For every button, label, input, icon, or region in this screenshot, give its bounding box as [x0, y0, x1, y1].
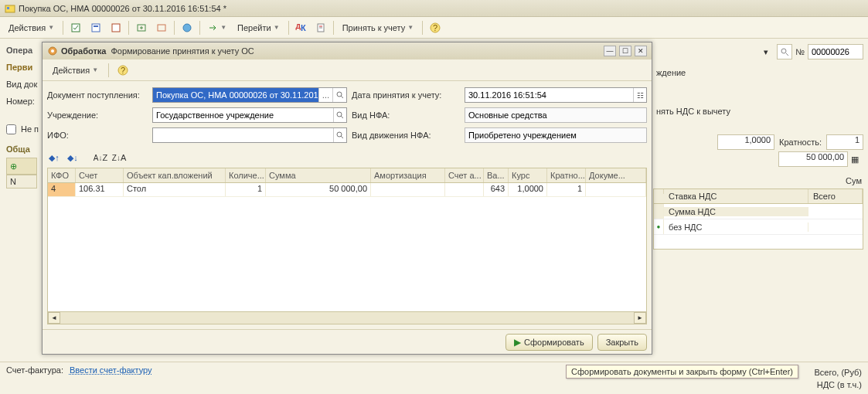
chevron-down-icon: ▼	[407, 24, 414, 31]
separator	[128, 21, 129, 35]
lookup-icon[interactable]	[333, 128, 346, 142]
col-kurs[interactable]: Курс	[509, 168, 547, 182]
grid-toolbar: ◆↑ ◆↓ A↓Z Z↓A	[47, 149, 647, 166]
add-row-icon[interactable]: ⊕	[10, 161, 17, 172]
toolbar-icon-doc[interactable]	[311, 19, 330, 36]
cell-val: 643	[484, 183, 509, 196]
lookup-icon[interactable]	[332, 88, 346, 102]
vat-table: Ставка НДС Всего Сумма НДС ● без НДС	[653, 189, 863, 250]
bg-checkbox[interactable]	[6, 124, 16, 134]
toolbar-icon-3[interactable]	[107, 19, 125, 36]
field-date[interactable]: ☷	[465, 87, 647, 103]
value-vid-dvizh	[465, 128, 646, 142]
field-vid-dvizh	[465, 127, 647, 143]
form-button-label: Сформировать	[524, 338, 584, 347]
toolbar-icon-4[interactable]	[132, 19, 151, 36]
form-button[interactable]: ▶Сформировать	[505, 334, 593, 351]
cell-dokum	[586, 183, 646, 196]
grid-row-1[interactable]: 4 106.31 Стол 1 50 000,00 643 1,0000 1	[48, 183, 646, 197]
col-kfo[interactable]: КФО	[48, 168, 76, 182]
svg-point-8	[183, 24, 191, 32]
sort-desc-icon[interactable]: Z↓A	[112, 151, 126, 165]
sf-link[interactable]: Ввести счет-фактуру	[70, 365, 152, 375]
toolbar-icon-6[interactable]	[178, 19, 196, 36]
bottom-bar: Счет-фактура: Ввести счет-фактуру	[0, 362, 868, 394]
svg-text:?: ?	[121, 66, 125, 75]
modal-title-2: Формирование принятия к учету ОС	[111, 46, 254, 56]
bg-nomer-label: Номер:	[6, 97, 35, 106]
col-dokum[interactable]: Докуме...	[586, 168, 646, 182]
kratnost-label: Кратность:	[779, 138, 822, 147]
field-uchr[interactable]	[152, 107, 347, 123]
toolbar-icon-1[interactable]	[66, 19, 85, 36]
input-date[interactable]	[465, 88, 633, 102]
vat-subheader: Сумма НДС	[654, 204, 863, 219]
scroll-left-icon[interactable]: ◄	[48, 312, 60, 324]
goto-menu[interactable]: Перейти▼	[232, 19, 285, 36]
svg-rect-7	[158, 25, 165, 31]
col-schet[interactable]: Счет	[76, 168, 124, 182]
move-down-icon[interactable]: ◆↓	[66, 151, 80, 165]
bg-viddok-label: Вид док	[6, 80, 37, 89]
vat-row-1[interactable]: ● без НДС	[654, 219, 863, 235]
goto-label: Перейти	[237, 23, 271, 32]
field-vid-nfa	[465, 107, 647, 123]
move-up-icon[interactable]: ◆↑	[47, 151, 61, 165]
actions-menu[interactable]: Действия▼	[3, 19, 60, 36]
ellipsis-icon[interactable]: …	[318, 88, 332, 102]
document-number-box: ▾ №	[758, 44, 863, 59]
total-label: Всего, (Руб)	[814, 366, 862, 379]
calendar-icon[interactable]: ☷	[633, 88, 646, 102]
help-icon[interactable]: ?	[426, 19, 444, 36]
search-button[interactable]	[777, 44, 792, 59]
label-doc-post: Документ поступления:	[47, 90, 148, 100]
svg-rect-0	[5, 5, 15, 12]
modal-help-icon[interactable]: ?	[114, 62, 132, 79]
col-amort[interactable]: Амортизация	[371, 168, 445, 182]
col-kratno[interactable]: Кратно...	[547, 168, 586, 182]
close-modal-button[interactable]: Закрыть	[597, 334, 647, 351]
input-uchr[interactable]	[153, 108, 333, 122]
grid-scrollbar[interactable]: ◄ ►	[48, 311, 646, 324]
rate-field[interactable]: 1,0000	[717, 134, 774, 150]
label-date: Дата принятия к учету:	[352, 90, 460, 100]
separator	[174, 21, 175, 35]
lookup-icon[interactable]	[333, 108, 346, 122]
col-obj[interactable]: Объект кап.вложений	[124, 168, 226, 182]
field-ifo[interactable]	[152, 127, 347, 143]
grid-body[interactable]: 4 106.31 Стол 1 50 000,00 643 1,0000 1	[48, 183, 646, 311]
toolbar-icon-dk[interactable]: ДК	[292, 19, 310, 36]
input-ifo[interactable]	[153, 128, 333, 142]
bg-obsh-label: Обща	[6, 144, 30, 154]
cell-scheta	[445, 183, 484, 196]
app-icon	[5, 3, 15, 14]
col-kol[interactable]: Количе...	[226, 168, 266, 182]
sort-asc-icon[interactable]: A↓Z	[94, 151, 107, 165]
cell-kratno: 1	[547, 183, 586, 196]
kratnost-field[interactable]: 1	[826, 134, 863, 150]
svg-line-15	[786, 53, 788, 56]
chevron-down-icon: ▼	[92, 66, 98, 73]
modal-title-bar: Обработка Формирование принятия к учету …	[43, 42, 652, 59]
col-val[interactable]: Ва...	[484, 168, 509, 182]
modal-body: Документ поступления: Покупка ОС, НМА 00…	[43, 81, 652, 329]
svg-line-21	[341, 96, 343, 98]
field-doc-post[interactable]: Покупка ОС, НМА 00000026 от 30.11.2016 1…	[152, 87, 347, 103]
minimize-button[interactable]: —	[604, 46, 616, 56]
svg-rect-5	[112, 24, 120, 32]
modal-actions-menu[interactable]: Действия▼	[47, 62, 104, 79]
col-summa[interactable]: Сумма	[266, 168, 371, 182]
accept-button[interactable]: Принять к учету▼	[337, 19, 419, 36]
col-scheta[interactable]: Счет а...	[445, 168, 484, 182]
vat-col-rate: Ставка НДС	[664, 189, 808, 203]
maximize-button[interactable]: ☐	[619, 46, 631, 56]
close-button[interactable]: ✕	[635, 46, 647, 56]
dropdown-icon[interactable]: ▾	[758, 44, 774, 59]
scroll-right-icon[interactable]: ►	[634, 312, 646, 324]
calculator-icon[interactable]: ▦	[851, 155, 859, 165]
number-input[interactable]	[808, 44, 863, 59]
toolbar-icon-5[interactable]	[152, 19, 171, 36]
toolbar-icon-7[interactable]: ▼	[203, 19, 230, 36]
bg-operations-label: Опера	[6, 46, 32, 55]
toolbar-icon-2[interactable]	[87, 19, 105, 36]
